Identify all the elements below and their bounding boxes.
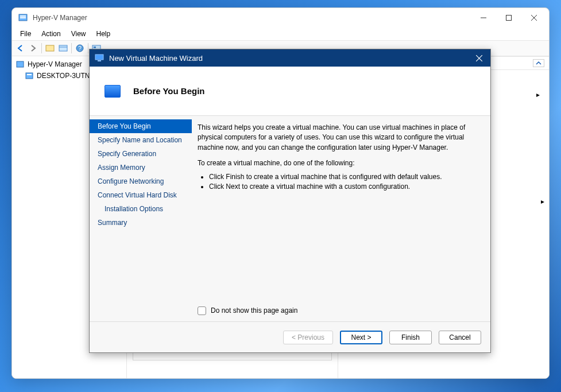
svg-rect-7 [46,45,54,51]
step-summary[interactable]: Summary [90,216,192,230]
svg-rect-2 [20,17,26,18]
step-hard-disk[interactable]: Connect Virtual Hard Disk [90,188,192,202]
dialog-header: Before You Begin [90,67,490,116]
step-name-location[interactable]: Specify Name and Location [90,133,192,147]
server-group-icon [16,60,25,69]
svg-rect-13 [94,46,96,48]
tb-icon-1[interactable] [44,42,56,55]
svg-rect-16 [27,74,32,75]
dialog-close-button[interactable] [471,51,487,65]
menu-file[interactable]: File [16,29,36,39]
back-button[interactable] [14,42,26,55]
wizard-body-li1: Click Finish to create a virtual machine… [209,172,480,182]
menubar: File Action View Help [12,28,549,40]
finish-button[interactable]: Finish [389,331,432,344]
step-before-you-begin[interactable]: Before You Begin [90,119,192,133]
window-title: Hyper-V Manager [33,14,471,22]
svg-rect-1 [20,15,26,17]
help-icon[interactable]: ? [73,42,86,55]
cancel-button[interactable]: Cancel [439,331,481,344]
wizard-steps: Before You Begin Specify Name and Locati… [90,116,192,321]
dialog-heading: Before You Begin [133,86,204,96]
menu-action[interactable]: Action [37,29,65,39]
dialog-content: This wizard helps you create a virtual m… [192,116,490,321]
dont-show-again-checkbox[interactable] [198,306,206,315]
wizard-body-li2: Click Next to create a virtual machine w… [209,182,480,192]
maximize-button[interactable] [496,9,521,26]
menu-view[interactable]: View [67,29,91,39]
new-vm-wizard-dialog: New Virtual Machine Wizard Before You Be… [89,49,491,353]
svg-rect-15 [26,73,33,79]
app-icon [18,13,28,23]
svg-rect-8 [59,45,67,51]
step-generation[interactable]: Specify Generation [90,147,192,161]
next-button[interactable]: Next > [340,331,382,344]
titlebar: Hyper-V Manager [12,8,549,28]
dialog-title: New Virtual Machine Wizard [109,54,471,63]
step-memory[interactable]: Assign Memory [90,161,192,174]
tree-root-label: Hyper-V Manager [28,60,82,68]
svg-text:?: ? [78,45,82,52]
wizard-body-p1: This wizard helps you create a virtual m… [198,123,480,153]
svg-rect-14 [17,61,24,67]
svg-rect-4 [506,15,512,21]
tb-icon-2[interactable] [57,42,69,55]
dialog-footer: < Previous Next > Finish Cancel [90,321,490,352]
dont-show-again-label: Do not show this page again [211,306,297,316]
menu-help[interactable]: Help [92,29,115,39]
svg-rect-18 [98,60,101,61]
wizard-body-p2: To create a virtual machine, do one of t… [198,158,480,168]
svg-rect-17 [95,55,103,60]
minimize-button[interactable] [471,9,496,26]
server-icon [25,71,34,80]
dialog-titlebar: New Virtual Machine Wizard [90,49,490,67]
previous-button: < Previous [283,331,333,344]
tree-child-label: DESKTOP-3UTNR [37,72,95,80]
step-install-options[interactable]: Installation Options [90,202,192,216]
collapse-up-icon[interactable] [533,59,544,67]
close-button[interactable] [521,9,547,26]
wizard-icon [105,85,121,98]
forward-button[interactable] [27,42,40,55]
step-networking[interactable]: Configure Networking [90,174,192,188]
monitor-icon [94,53,105,63]
